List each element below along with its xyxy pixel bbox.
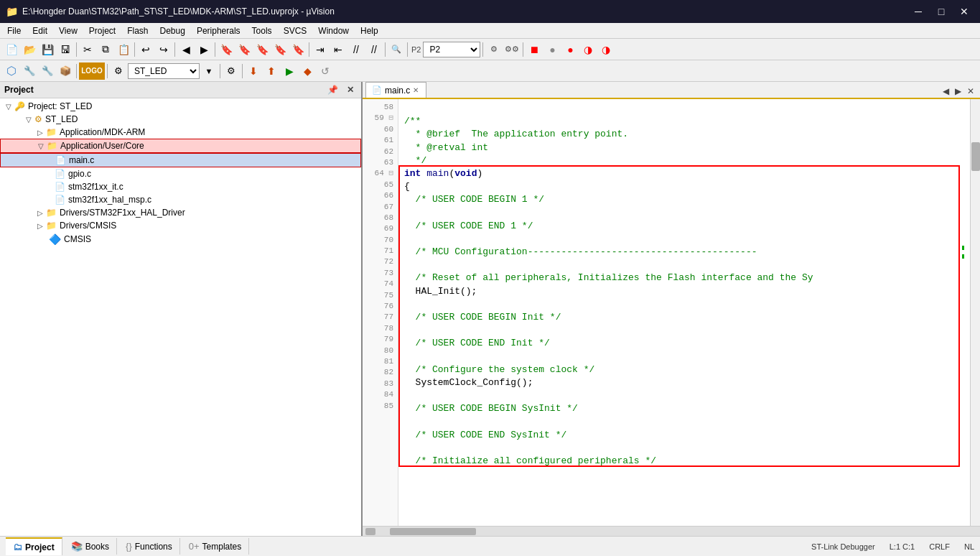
flash-reset-btn[interactable]: ↺ xyxy=(317,62,334,80)
code-line-68 xyxy=(404,233,964,246)
paste-btn[interactable]: 📋 xyxy=(115,41,132,58)
tab-file-icon: 📄 xyxy=(372,85,382,95)
collapse-icon: ▽ xyxy=(6,103,11,111)
flash-download-btn[interactable]: ⬇ xyxy=(245,62,262,80)
statusbar-tab-project[interactable]: 🗂 Project xyxy=(6,537,62,555)
line-numbers: 58 59 ⊟ 60 61 62 63 64 ⊟ 65 66 67 68 69 … xyxy=(363,99,398,526)
redo-btn[interactable]: ↪ xyxy=(155,41,172,58)
build-btn[interactable]: ⚙ xyxy=(485,41,503,58)
indent-btn[interactable]: ⇥ xyxy=(312,41,329,58)
bookmark2-btn[interactable]: 🔖 xyxy=(235,41,253,58)
statusbar-tab-functions[interactable]: {} Functions xyxy=(118,538,180,555)
tree-gpio-c[interactable]: 📄 gpio.c xyxy=(0,167,361,180)
copy-btn[interactable]: ⧉ xyxy=(97,41,114,58)
tb2-btn2[interactable]: 🔧 xyxy=(21,62,38,80)
minimize-button[interactable]: ─ xyxy=(908,4,928,19)
menu-tools[interactable]: Tools xyxy=(246,23,278,38)
maximize-button[interactable]: □ xyxy=(931,4,951,19)
menu-flash[interactable]: Flash xyxy=(121,23,154,38)
panel-close-btn[interactable]: ✕ xyxy=(344,84,357,96)
menu-svcs[interactable]: SVCS xyxy=(278,23,313,38)
tree-st-led-label: ST_LED xyxy=(45,114,78,124)
tree-project-root[interactable]: ▽ 🔑 Project: ST_LED xyxy=(0,100,361,113)
find-btn[interactable]: 🔍 xyxy=(388,41,405,58)
tb2-btn6[interactable]: ▼ xyxy=(200,62,218,80)
statusbar-tab-project-label: Project xyxy=(25,542,55,552)
menu-view[interactable]: View xyxy=(53,23,83,38)
tb2-btn5[interactable]: ⚙ xyxy=(110,62,127,80)
tree-st-led[interactable]: ▽ ⚙ ST_LED xyxy=(0,113,361,126)
nav-back-btn[interactable]: ◀ xyxy=(177,41,195,58)
tree-it-c[interactable]: 📄 stm32f1xx_it.c xyxy=(0,180,361,193)
tsep1 xyxy=(76,64,77,78)
stop-btn[interactable]: ⏹ xyxy=(526,41,543,58)
tb2-settings-btn[interactable]: ⚙ xyxy=(223,62,240,80)
nav-fwd-btn[interactable]: ▶ xyxy=(195,41,213,58)
tb2-logo[interactable]: LOGO xyxy=(79,62,105,80)
comment-btn[interactable]: // xyxy=(347,41,365,58)
titlebar: 📁 E:\Hongder Duan\STM32\Path_ST\ST_LED\M… xyxy=(0,0,980,23)
bookmark3-btn[interactable]: 🔖 xyxy=(253,41,271,58)
tab-close-btn[interactable]: ✕ xyxy=(413,86,419,94)
bookmark5-btn[interactable]: 🔖 xyxy=(289,41,307,58)
tree-user-core[interactable]: ▽ 📁 Application/User/Core xyxy=(0,139,361,153)
code-content[interactable]: /** * @brief The application entry point… xyxy=(398,99,970,526)
debug-btn[interactable]: ● xyxy=(543,41,561,58)
menu-peripherals[interactable]: Peripherals xyxy=(191,23,246,38)
folder-icon4: 📁 xyxy=(46,221,57,231)
menu-window[interactable]: Window xyxy=(312,23,355,38)
tree-cmsis[interactable]: 🔷 CMSIS xyxy=(0,232,361,246)
folder-icon: 📁 xyxy=(46,127,57,137)
menu-debug[interactable]: Debug xyxy=(154,23,191,38)
statusbar-tab-books[interactable]: 📚 Books xyxy=(64,538,117,555)
save-btn[interactable]: 💾 xyxy=(39,41,56,58)
tab-main-c[interactable]: 📄 main.c ✕ xyxy=(365,82,426,98)
tab-controls: ◀ ▶ ✕ xyxy=(940,85,980,98)
tb2-btn3[interactable]: 🔧 xyxy=(39,62,56,80)
flash-stop-btn[interactable]: ◆ xyxy=(299,62,316,80)
expand-icon3: ▷ xyxy=(37,209,43,217)
panel-pin-btn[interactable]: 📌 xyxy=(325,84,341,96)
debug4-btn[interactable]: ◑ xyxy=(597,41,615,58)
tree-main-c[interactable]: 📄 main.c xyxy=(0,153,361,167)
debug2-btn[interactable]: ● xyxy=(561,41,579,58)
save-all-btn[interactable]: 🖫 xyxy=(57,41,74,58)
st-led-icon: ⚙ xyxy=(34,114,42,124)
close-button[interactable]: ✕ xyxy=(954,4,974,19)
tree-mdk-arm[interactable]: ▷ 📁 Application/MDK-ARM xyxy=(0,126,361,139)
tree-hal-driver[interactable]: ▷ 📁 Drivers/STM32F1xx_HAL_Driver xyxy=(0,206,361,219)
tree-mdk-arm-label: Application/MDK-ARM xyxy=(60,127,145,137)
menu-file[interactable]: File xyxy=(1,23,27,38)
vertical-scrollbar[interactable] xyxy=(970,99,980,526)
open-btn[interactable]: 📂 xyxy=(21,41,38,58)
tb2-btn4[interactable]: 📦 xyxy=(57,62,74,80)
tab-right-btn[interactable]: ▶ xyxy=(952,85,964,98)
statusbar-tab-templates[interactable]: 0+ Templates xyxy=(182,538,250,555)
menu-edit[interactable]: Edit xyxy=(27,23,53,38)
new-btn[interactable]: 📄 xyxy=(3,41,20,58)
debug3-btn[interactable]: ◑ xyxy=(579,41,597,58)
tree-cmsis-drivers[interactable]: ▷ 📁 Drivers/CMSIS xyxy=(0,219,361,232)
outdent-btn[interactable]: ⇤ xyxy=(330,41,347,58)
bookmark-btn[interactable]: 🔖 xyxy=(218,41,235,58)
tree-hal-msp-c[interactable]: 📄 stm32f1xx_hal_msp.c xyxy=(0,193,361,206)
target-combo[interactable]: P2 xyxy=(423,42,480,57)
horizontal-scrollbar[interactable] xyxy=(363,526,980,536)
tb2-btn1[interactable]: ⬡ xyxy=(3,62,20,80)
undo-btn[interactable]: ↩ xyxy=(137,41,154,58)
menu-help[interactable]: Help xyxy=(355,23,384,38)
code-line-79: SystemClock_Config(); xyxy=(404,376,964,389)
encoding-status: CRLF xyxy=(929,542,950,551)
menu-project[interactable]: Project xyxy=(83,23,121,38)
tab-close-all-btn[interactable]: ✕ xyxy=(964,85,977,98)
tab-left-btn[interactable]: ◀ xyxy=(940,85,952,98)
cut-btn[interactable]: ✂ xyxy=(79,41,96,58)
rebuild-btn[interactable]: ⚙⚙ xyxy=(503,41,521,58)
project-combo[interactable]: ST_LED xyxy=(128,63,200,79)
code-line-81: /* USER CODE BEGIN SysInit */ xyxy=(404,402,964,415)
uncomment-btn[interactable]: // xyxy=(365,41,383,58)
flash-erase-btn[interactable]: ⬆ xyxy=(263,62,280,80)
bookmark4-btn[interactable]: 🔖 xyxy=(271,41,289,58)
sep7 xyxy=(407,42,408,57)
flash-run-btn[interactable]: ▶ xyxy=(281,62,298,80)
